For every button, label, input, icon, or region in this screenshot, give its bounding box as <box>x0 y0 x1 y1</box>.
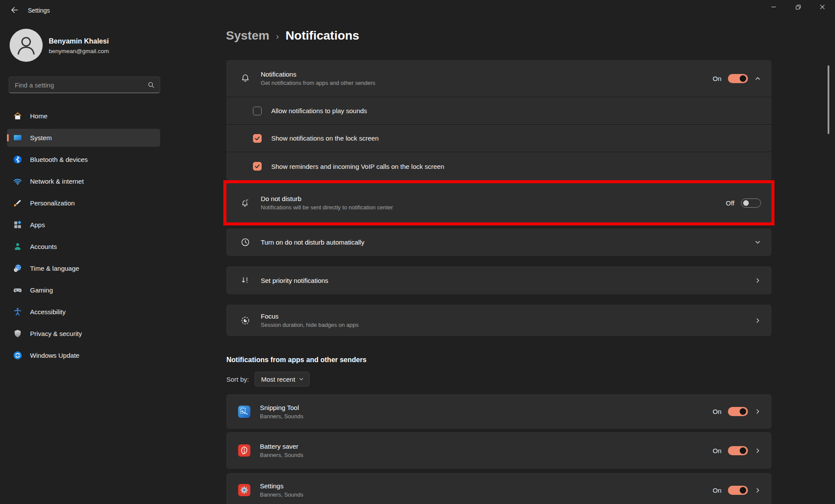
card-subtitle: Notifications will be sent directly to n… <box>261 204 726 211</box>
toggle-state-label: On <box>713 408 721 415</box>
accessibility-icon <box>13 307 23 317</box>
svg-text:z: z <box>246 198 248 201</box>
sidebar-item-system[interactable]: System <box>7 129 160 147</box>
check-icon <box>254 163 260 169</box>
card-title: Notifications <box>261 71 713 78</box>
sort-dropdown[interactable]: Most recent <box>255 372 310 386</box>
toggle-state-label: On <box>713 75 721 82</box>
app-row-settings[interactable]: Settings Banners, Sounds On <box>226 473 771 504</box>
sidebar-item-accessibility[interactable]: Accessibility <box>7 303 160 321</box>
update-icon <box>13 350 23 360</box>
minimize-button[interactable] <box>764 0 784 14</box>
sort-dropdown-value: Most recent <box>261 376 295 383</box>
priority-icon <box>240 276 250 286</box>
checkbox-checked[interactable] <box>253 162 262 171</box>
chevron-right-icon[interactable] <box>754 317 761 324</box>
profile-email: benymean@gmail.com <box>49 48 109 54</box>
sidebar-item-label: Apps <box>30 221 45 228</box>
sidebar-item-home[interactable]: Home <box>7 107 160 125</box>
gamepad-icon <box>13 285 23 295</box>
profile-name: Benyamin Khalesi <box>49 37 109 45</box>
sidebar-item-windows-update[interactable]: Windows Update <box>7 346 160 364</box>
sidebar-item-label: Accounts <box>30 243 57 250</box>
do-not-disturb-card[interactable]: zz Do not disturb Notifications will be … <box>226 183 771 222</box>
breadcrumb-system[interactable]: System <box>226 29 269 43</box>
search-box[interactable] <box>9 77 160 93</box>
option-label: Show notifications on the lock screen <box>271 134 379 142</box>
breadcrumb-separator: › <box>276 31 279 41</box>
focus-card[interactable]: Focus Session duration, hide badges on a… <box>226 305 771 336</box>
search-icon[interactable] <box>148 81 155 88</box>
toggle-knob <box>740 447 746 454</box>
wifi-icon <box>13 176 23 186</box>
shield-icon <box>13 329 23 339</box>
bluetooth-icon <box>13 155 23 165</box>
chevron-down-icon <box>299 376 304 382</box>
app-row-snipping-tool[interactable]: Snipping Tool Banners, Sounds On <box>226 394 771 429</box>
system-icon <box>13 133 23 143</box>
checkbox-checked[interactable] <box>253 134 262 143</box>
sidebar-item-network[interactable]: Network & internet <box>7 172 160 190</box>
card-subtitle: Get notifications from apps and other se… <box>261 80 713 86</box>
option-voip-calls[interactable]: Show reminders and incoming VoIP calls o… <box>226 152 771 180</box>
app-name: Snipping Tool <box>260 404 713 411</box>
sidebar-item-label: Home <box>30 112 47 120</box>
sidebar-item-time-language[interactable]: Time & language <box>7 259 160 277</box>
sidebar-item-label: Windows Update <box>30 352 79 359</box>
sidebar-item-personalization[interactable]: Personalization <box>7 194 160 212</box>
sidebar-item-label: Bluetooth & devices <box>30 156 88 163</box>
app-name: Battery saver <box>260 443 713 450</box>
notifications-card[interactable]: Notifications Get notifications from app… <box>226 60 771 97</box>
sidebar-item-accounts[interactable]: Accounts <box>7 238 160 255</box>
selection-accent-pill <box>7 134 9 141</box>
toggle-knob <box>740 408 746 415</box>
sort-row: Sort by: Most recent <box>226 371 310 387</box>
sidebar-nav: Home System Bluetooth & devices Network … <box>7 107 160 368</box>
battery-saver-toggle[interactable] <box>728 446 748 455</box>
snipping-tool-icon <box>238 406 250 418</box>
globe-clock-icon <box>13 263 23 273</box>
option-lock-screen[interactable]: Show notifications on the lock screen <box>226 125 771 151</box>
app-row-battery-saver[interactable]: Battery saver Banners, Sounds On <box>226 432 771 469</box>
avatar[interactable] <box>10 29 43 62</box>
page-title: Notifications <box>286 29 360 43</box>
clock-history-icon <box>240 237 250 247</box>
card-title: Turn on do not disturb automatically <box>261 239 754 246</box>
sidebar-item-label: Network & internet <box>30 178 84 185</box>
notifications-toggle[interactable] <box>728 74 748 83</box>
app-desc: Banners, Sounds <box>260 413 713 420</box>
auto-dnd-card[interactable]: Turn on do not disturb automatically <box>226 228 771 256</box>
sidebar-item-gaming[interactable]: Gaming <box>7 281 160 299</box>
back-button[interactable] <box>7 4 22 16</box>
chevron-up-icon[interactable] <box>754 75 761 82</box>
scrollbar-thumb[interactable] <box>828 65 829 134</box>
sidebar-item-apps[interactable]: Apps <box>7 216 160 234</box>
settings-app-toggle[interactable] <box>728 486 748 495</box>
chevron-right-icon[interactable] <box>754 277 761 284</box>
chevron-right-icon[interactable] <box>754 408 761 415</box>
accounts-icon <box>13 242 23 252</box>
chevron-right-icon[interactable] <box>754 487 761 494</box>
toggle-knob <box>740 75 746 82</box>
priority-notifications-card[interactable]: Set priority notifications <box>226 266 771 294</box>
restore-icon <box>795 4 801 10</box>
toggle-state-label: On <box>713 447 721 454</box>
chevron-down-icon[interactable] <box>754 239 761 245</box>
app-desc: Banners, Sounds <box>260 452 713 458</box>
option-play-sounds[interactable]: Allow notifications to play sounds <box>226 97 771 124</box>
sidebar-item-bluetooth[interactable]: Bluetooth & devices <box>7 151 160 168</box>
checkbox-unchecked[interactable] <box>253 107 262 115</box>
sidebar-item-privacy[interactable]: Privacy & security <box>7 325 160 343</box>
arrow-left-icon <box>10 6 18 14</box>
do-not-disturb-toggle[interactable] <box>741 198 761 208</box>
chevron-right-icon[interactable] <box>754 447 761 454</box>
restore-button[interactable] <box>788 0 808 14</box>
snipping-tool-toggle[interactable] <box>728 407 748 416</box>
option-label: Show reminders and incoming VoIP calls o… <box>271 163 444 170</box>
option-label: Allow notifications to play sounds <box>271 107 367 114</box>
close-icon <box>820 4 825 10</box>
close-button[interactable] <box>812 0 832 14</box>
search-input[interactable] <box>9 81 148 89</box>
bell-icon <box>240 74 250 84</box>
apps-section-heading: Notifications from apps and other sender… <box>226 356 367 364</box>
